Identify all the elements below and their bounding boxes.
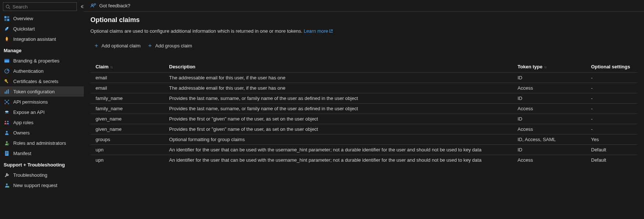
main-area: Got feedback? Optional claims Optional c…: [84, 0, 644, 219]
cell-optional-settings: -: [586, 124, 637, 134]
col-header-description[interactable]: Description: [164, 61, 512, 73]
page-description: Optional claims are used to configure ad…: [90, 28, 637, 34]
cell-optional-settings: -: [586, 114, 637, 124]
svg-line-24: [7, 102, 8, 104]
sidebar-item-manifest[interactable]: Manifest: [0, 148, 84, 158]
cell-description: An identifier for the user that can be u…: [164, 155, 512, 165]
svg-rect-31: [5, 151, 8, 155]
sidebar-item-expose-an-api[interactable]: Expose an API: [0, 107, 84, 117]
table-row[interactable]: given_nameProvides the first or "given" …: [90, 124, 637, 134]
cell-claim: given_name: [90, 114, 164, 124]
svg-rect-3: [7, 16, 9, 18]
search-box[interactable]: [3, 2, 77, 11]
sidebar-item-overview[interactable]: Overview: [0, 13, 84, 24]
sidebar-item-label: Quickstart: [13, 26, 35, 32]
col-header-token-type[interactable]: Token type↑↓: [512, 61, 586, 73]
sidebar-item-label: App roles: [13, 120, 33, 125]
table-row[interactable]: family_nameProvides the last name, surna…: [90, 93, 637, 104]
sidebar: OverviewQuickstartIntegration assistant …: [0, 0, 84, 219]
sidebar-item-roles-and-administrators[interactable]: Roles and administrators: [0, 138, 84, 148]
cell-claim: email: [90, 83, 164, 93]
cell-description: The addressable email for this user, if …: [164, 83, 512, 93]
sidebar-item-label: Certificates & secrets: [13, 79, 58, 84]
col-header-claim[interactable]: Claim↑↓: [90, 61, 164, 73]
table-row[interactable]: emailThe addressable email for this user…: [90, 73, 637, 83]
cell-description: Provides the last name, surname, or fami…: [164, 104, 512, 114]
svg-point-30: [7, 143, 9, 145]
cell-optional-settings: -: [586, 104, 637, 114]
sidebar-item-label: API permissions: [13, 99, 48, 105]
svg-rect-2: [4, 16, 6, 18]
svg-point-35: [6, 183, 8, 185]
cell-description: The addressable email for this user, if …: [164, 73, 512, 83]
svg-rect-4: [4, 19, 6, 21]
support-icon: [4, 182, 10, 188]
cell-optional-settings: Yes: [586, 134, 637, 145]
sidebar-item-token-configuration[interactable]: Token configuration: [0, 86, 84, 97]
table-row[interactable]: family_nameProvides the last name, surna…: [90, 104, 637, 114]
cell-optional-settings: Default: [586, 145, 637, 155]
sidebar-item-label: Expose an API: [13, 110, 44, 115]
roles-admin-icon: [4, 140, 10, 146]
sidebar-item-label: Token configuration: [13, 89, 55, 94]
sidebar-item-owners[interactable]: Owners: [0, 128, 84, 138]
page-title: Optional claims: [90, 16, 637, 24]
sidebar-item-app-roles[interactable]: App roles: [0, 117, 84, 128]
learn-more-link[interactable]: Learn more: [304, 28, 333, 34]
plus-icon: ＋: [93, 42, 99, 50]
expose-icon: [4, 109, 10, 115]
auth-icon: [4, 68, 10, 74]
sidebar-item-label: Integration assistant: [13, 36, 56, 42]
cell-optional-settings: Default: [586, 155, 637, 165]
svg-line-23: [5, 102, 7, 104]
app-roles-icon: [4, 119, 10, 125]
cell-token-type: ID, Access, SAML: [512, 134, 586, 145]
col-header-optional-settings[interactable]: Optional settings: [586, 61, 637, 73]
sidebar-item-branding-properties[interactable]: Branding & properties: [0, 55, 84, 66]
sort-icon: ↑↓: [544, 65, 546, 69]
wrench-icon: [4, 172, 10, 178]
sidebar-item-integration-assistant[interactable]: Integration assistant: [0, 34, 84, 44]
cell-claim: groups: [90, 134, 164, 145]
feedback-link[interactable]: Got feedback?: [99, 3, 130, 8]
sidebar-item-label: Owners: [13, 130, 30, 136]
add-optional-claim-button[interactable]: ＋ Add optional claim: [93, 40, 140, 51]
svg-rect-15: [8, 89, 8, 93]
add-groups-claim-button[interactable]: ＋ Add groups claim: [147, 40, 192, 51]
table-row[interactable]: groupsOptional formatting for group clai…: [90, 134, 637, 145]
cell-token-type: ID: [512, 93, 586, 104]
table-row[interactable]: given_nameProvides the first or "given" …: [90, 114, 637, 124]
cell-token-type: ID: [512, 114, 586, 124]
cell-token-type: Access: [512, 155, 586, 165]
sidebar-item-troubleshooting[interactable]: Troubleshooting: [0, 170, 84, 180]
sidebar-section-header: Support + Troubleshooting: [0, 158, 84, 170]
search-icon: [6, 4, 10, 9]
content: Optional claims Optional claims are used…: [84, 12, 644, 219]
cell-optional-settings: -: [586, 83, 637, 93]
sort-icon: ↑↓: [110, 65, 112, 69]
svg-point-26: [4, 121, 6, 122]
svg-point-27: [7, 121, 8, 122]
sidebar-item-api-permissions[interactable]: API permissions: [0, 97, 84, 107]
manifest-icon: [4, 150, 10, 156]
table-row[interactable]: upnAn identifier for the user that can b…: [90, 145, 637, 155]
sidebar-item-authentication[interactable]: Authentication: [0, 66, 84, 76]
search-row: [0, 0, 84, 13]
sidebar-item-label: New support request: [13, 183, 57, 188]
cell-claim: upn: [90, 155, 164, 165]
cell-description: Optional formatting for group claims: [164, 134, 512, 145]
table-row[interactable]: upnAn identifier for the user that can b…: [90, 155, 637, 165]
sidebar-item-certificates-secrets[interactable]: Certificates & secrets: [0, 76, 84, 86]
svg-point-29: [6, 141, 8, 143]
branding-icon: [4, 58, 10, 64]
cell-optional-settings: -: [586, 93, 637, 104]
search-input[interactable]: [12, 4, 74, 10]
svg-rect-12: [6, 81, 8, 83]
sidebar-item-new-support-request[interactable]: New support request: [0, 180, 84, 190]
table-row[interactable]: emailThe addressable email for this user…: [90, 83, 637, 93]
svg-rect-14: [6, 90, 7, 93]
sidebar-item-quickstart[interactable]: Quickstart: [0, 24, 84, 34]
sidebar-section-header: Manage: [0, 44, 84, 55]
cell-description: Provides the first or "given" name of th…: [164, 124, 512, 134]
svg-point-37: [92, 4, 93, 6]
